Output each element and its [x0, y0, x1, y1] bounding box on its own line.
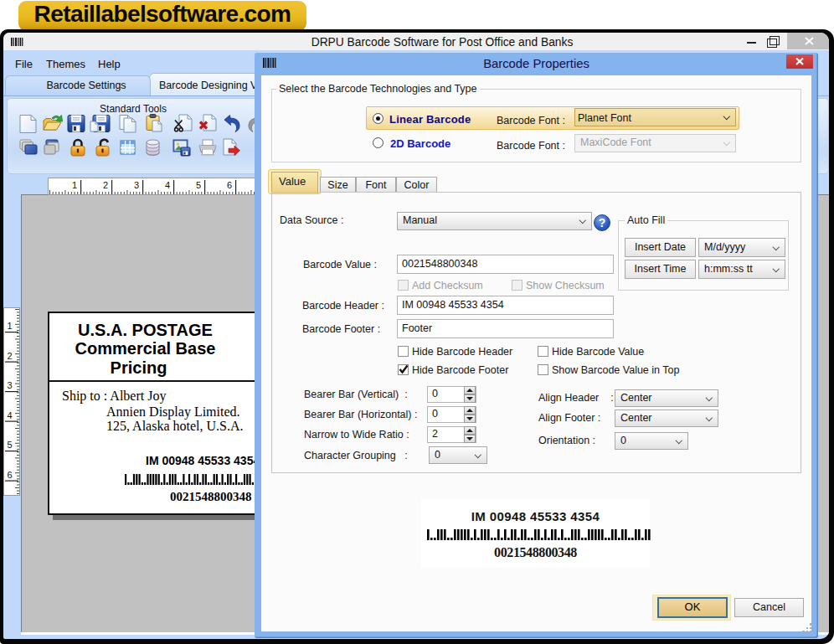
svg-text:3: 3	[134, 180, 139, 190]
svg-text:4: 4	[165, 180, 170, 190]
svg-text:2: 2	[103, 180, 108, 190]
svg-text:6: 6	[227, 180, 232, 190]
svg-text:6: 6	[7, 470, 12, 480]
svg-text:3: 3	[7, 380, 12, 390]
svg-text:5: 5	[196, 180, 201, 190]
svg-text:5: 5	[7, 440, 12, 450]
svg-text:4: 4	[7, 410, 12, 420]
svg-text:1: 1	[72, 180, 77, 190]
svg-text:2: 2	[7, 351, 12, 361]
svg-text:1: 1	[7, 321, 12, 331]
